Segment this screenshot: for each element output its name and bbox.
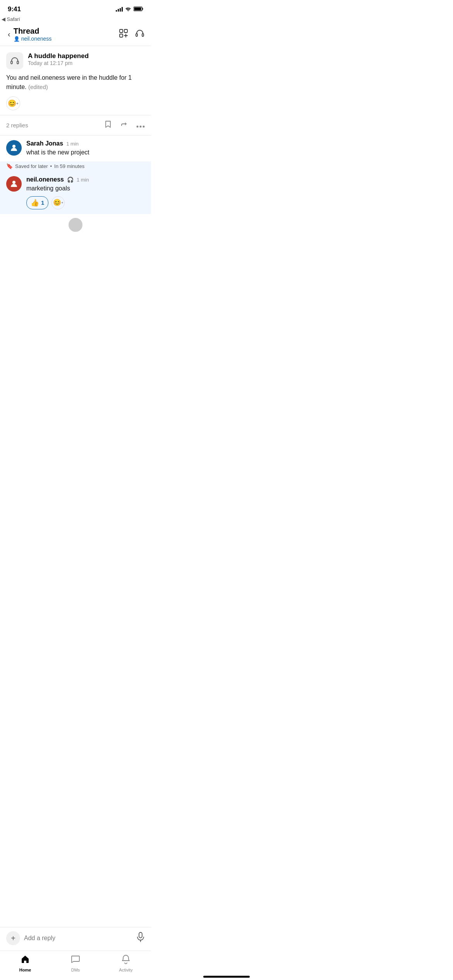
message-content-neil: neil.oneness 🎧 1 min marketing goals 👍 1… — [26, 176, 145, 209]
saved-text: Saved for later — [15, 163, 48, 169]
huddle-time: Today at 12:17 pm — [28, 60, 89, 66]
message-time-sarah: 1 min — [66, 141, 79, 147]
add-emoji-button[interactable]: 😊+ — [6, 96, 20, 110]
huddle-edited: (edited) — [28, 84, 48, 90]
replies-bar: 2 replies — [0, 115, 151, 135]
headphone-status-icon: 🎧 — [67, 176, 74, 183]
reaction-count: 1 — [41, 199, 44, 206]
svg-rect-6 — [136, 34, 137, 36]
nav-bar: ‹ Thread 👤 neil.oneness — [0, 24, 151, 46]
svg-rect-1 — [142, 8, 143, 10]
svg-rect-2 — [134, 7, 141, 10]
svg-rect-3 — [120, 29, 123, 33]
message-text-neil: marketing goals — [26, 184, 145, 193]
user-icon: 👤 — [14, 36, 20, 42]
nav-title: Thread — [14, 27, 52, 36]
huddle-icon — [6, 52, 23, 69]
message-item: Sarah Jonas 1 min what is the new projec… — [0, 135, 151, 161]
battery-icon — [134, 7, 143, 12]
status-bar: 9:41 — [0, 0, 151, 15]
message-header-sarah: Sarah Jonas 1 min — [26, 140, 145, 147]
avatar-sarah — [6, 140, 22, 156]
nav-title-block: Thread 👤 neil.oneness — [14, 27, 52, 42]
huddle-meta: A huddle happened Today at 12:17 pm — [28, 52, 89, 66]
message-item-neil: neil.oneness 🎧 1 min marketing goals 👍 1… — [0, 171, 151, 214]
svg-point-10 — [137, 126, 139, 128]
huddle-title: A huddle happened — [28, 52, 89, 60]
svg-rect-8 — [11, 61, 12, 64]
avatar-neil — [6, 176, 22, 192]
signal-icon — [116, 7, 123, 12]
headphone-nav-icon[interactable] — [135, 28, 145, 41]
nav-left: ‹ Thread 👤 neil.oneness — [6, 27, 51, 42]
huddle-header: A huddle happened Today at 12:17 pm — [6, 52, 145, 69]
svg-rect-9 — [17, 61, 19, 64]
thumbsup-emoji: 👍 — [31, 199, 39, 207]
message-content-sarah: Sarah Jonas 1 min what is the new projec… — [26, 140, 145, 157]
sender-name-sarah: Sarah Jonas — [26, 140, 63, 147]
messages-area: Sarah Jonas 1 min what is the new projec… — [0, 135, 151, 236]
bookmark-icon[interactable] — [104, 120, 112, 130]
svg-point-13 — [12, 145, 15, 148]
status-time: 9:41 — [8, 5, 21, 13]
sender-name-neil: neil.oneness — [26, 176, 64, 183]
replies-actions — [104, 120, 145, 130]
share-icon[interactable] — [120, 120, 129, 130]
status-icons — [116, 7, 143, 12]
message-time-neil: 1 min — [77, 177, 89, 183]
svg-rect-5 — [120, 34, 123, 37]
safari-back[interactable]: ◀ Safari — [0, 15, 151, 24]
saved-bookmark-icon: 🔖 — [6, 163, 13, 169]
svg-point-14 — [12, 181, 15, 184]
svg-rect-7 — [142, 34, 144, 36]
svg-point-12 — [143, 126, 145, 128]
replies-count: 2 replies — [6, 122, 28, 128]
wifi-icon — [125, 7, 131, 12]
svg-point-11 — [140, 126, 142, 128]
more-icon[interactable] — [136, 121, 145, 130]
nav-subtitle-text: neil.oneness — [21, 36, 52, 42]
back-button[interactable]: ‹ — [6, 28, 12, 40]
saved-indicator: 🔖 Saved for later • In 59 minutes — [0, 161, 151, 171]
thumbsup-reaction[interactable]: 👍 1 — [26, 196, 48, 209]
drag-handle — [0, 214, 151, 236]
svg-rect-4 — [124, 29, 127, 33]
nav-right — [118, 28, 145, 41]
thread-icon[interactable] — [118, 28, 129, 41]
saved-dot: • — [50, 163, 52, 169]
message-text-sarah: what is the new project — [26, 148, 145, 157]
message-header-neil: neil.oneness 🎧 1 min — [26, 176, 145, 183]
huddle-body: You and neil.oneness were in the huddle … — [6, 73, 145, 92]
huddle-card: A huddle happened Today at 12:17 pm You … — [0, 46, 151, 115]
add-reaction-button[interactable]: 😊+ — [51, 196, 65, 209]
nav-subtitle[interactable]: 👤 neil.oneness — [14, 36, 52, 42]
reactions: 👍 1 😊+ — [26, 196, 145, 209]
drag-dot — [69, 218, 82, 232]
saved-time: In 59 minutes — [54, 163, 84, 169]
